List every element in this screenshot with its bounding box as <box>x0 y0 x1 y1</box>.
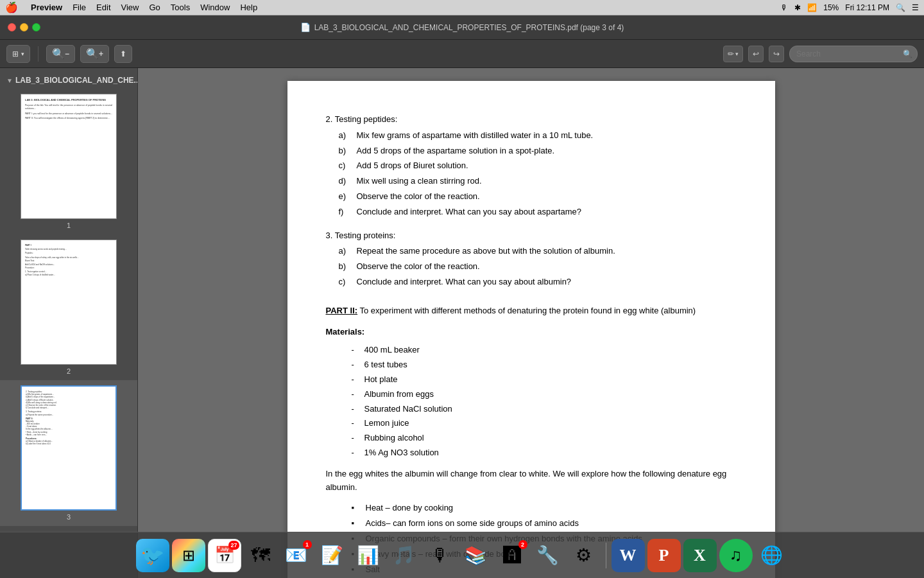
item-text: Observe the color of the reaction. <box>357 190 480 204</box>
letter-label: f) <box>339 206 352 219</box>
view-toggle-button[interactable]: ⊞ ▾ <box>6 45 30 63</box>
zoom-in-icon: 🔍 <box>86 48 99 60</box>
appstore-icon: 🅰 <box>503 545 521 566</box>
thumbnail-page-3[interactable]: 2. Testing peptides: a) Mix few grams of… <box>0 380 137 526</box>
material-text: Albumin from eggs <box>364 388 434 401</box>
section-2-number: 2. Testing peptides: <box>326 113 398 127</box>
letter-label: b) <box>339 260 352 274</box>
section-3-number: 3. Testing proteins: <box>326 229 396 243</box>
dock-spotify[interactable]: ♫ <box>719 539 753 572</box>
dock-sysprefs[interactable]: ⚙ <box>567 539 601 572</box>
dock-tools[interactable]: 🔧 <box>531 539 565 572</box>
share-icon: ⬆ <box>120 49 126 58</box>
thumbnail-preview-2: PART I Table showing amino acids and pep… <box>21 240 117 365</box>
menu-file[interactable]: File <box>73 3 86 12</box>
dock-maps[interactable]: 🗺 <box>244 539 277 572</box>
page-number-1: 1 <box>67 222 71 229</box>
material-text: Rubbing alcohol <box>364 432 424 445</box>
launchpad-icon: ⊞ <box>182 547 195 565</box>
rotate-left-button[interactable]: ↩ <box>748 46 764 62</box>
zoom-out-button[interactable]: 🔍 − <box>46 45 75 63</box>
letter-label: e) <box>339 190 352 204</box>
dock-calendar[interactable]: 📅 27 <box>208 539 241 572</box>
dock-numbers[interactable]: 📊 <box>352 539 385 572</box>
dock-mail[interactable]: 📧 1 <box>280 539 313 572</box>
thumbnail-page-2[interactable]: PART I Table showing amino acids and pep… <box>0 234 137 380</box>
sidebar-header[interactable]: ▼ LAB_3_BIOLOGICAL_AND_CHE... <box>0 73 137 89</box>
wifi-icon: 📶 <box>807 3 817 12</box>
materials-label: Materials: <box>326 326 737 339</box>
section-3-item: b)Observe the color of the reaction. <box>326 260 737 274</box>
material-text: 6 test tubes <box>364 358 407 372</box>
file-icon: 📄 <box>300 22 311 32</box>
thumbnail-page-1[interactable]: LAB 3: BIOLOGICAL AND CHEMICAL PROPERTIE… <box>0 89 137 234</box>
item-text: Conclude and interpret. What can you say… <box>357 276 572 289</box>
dock-excel[interactable]: X <box>683 539 717 572</box>
letter-label: b) <box>339 144 352 158</box>
dock-launchpad[interactable]: ⊞ <box>172 539 205 572</box>
item-text: Mix few grams of aspartame with distille… <box>357 129 594 143</box>
letter-label: a) <box>339 129 352 143</box>
word-icon: W <box>620 546 637 565</box>
material-item: -Rubbing alcohol <box>352 432 737 445</box>
notes-icon: 📝 <box>321 545 343 566</box>
material-text: 1% Ag NO3 solution <box>364 446 439 460</box>
dash: - <box>352 403 359 416</box>
fullscreen-button[interactable] <box>32 23 40 31</box>
dock: 🐦 ⊞ 📅 27 🗺 📧 1 📝 📊 🎵 🎙 📚 🅰 2 🔧 <box>0 532 924 578</box>
menu-preview[interactable]: Preview <box>31 3 62 12</box>
bullet-item: ▪Acids– can form ions on some side group… <box>352 517 737 530</box>
view-toggle-icon: ⊞ <box>12 49 19 58</box>
dock-books[interactable]: 📚 <box>459 539 493 572</box>
section-2-item: d)Mix well using a clean stirring rod. <box>326 175 737 188</box>
rotate-right-button[interactable]: ↪ <box>769 46 784 62</box>
menu-window[interactable]: Window <box>200 3 230 12</box>
spotlight-icon[interactable]: 🔍 <box>896 3 905 12</box>
letter-label: c) <box>339 276 352 289</box>
apple-menu[interactable]: 🍎 <box>5 1 18 13</box>
sidebar-chevron-icon: ▼ <box>6 77 13 84</box>
bullet-text: Acids– can form ions on some side groups… <box>366 517 579 530</box>
dock-podcasts[interactable]: 🎙 <box>424 539 457 572</box>
search-icon: 🔍 <box>903 49 912 58</box>
thumbnail-preview-1: LAB 3: BIOLOGICAL AND CHEMICAL PROPERTIE… <box>21 94 117 219</box>
dock-notes[interactable]: 📝 <box>316 539 349 572</box>
pdf-content-area[interactable]: 2. Testing peptides: a)Mix few grams of … <box>138 68 924 578</box>
material-text: Saturated NaCl solution <box>364 403 452 416</box>
page-number-3: 3 <box>67 513 71 521</box>
sidebar: ▼ LAB_3_BIOLOGICAL_AND_CHE... LAB 3: BIO… <box>0 68 138 578</box>
dash: - <box>352 344 359 357</box>
close-button[interactable] <box>8 23 16 31</box>
pen-tool-button[interactable]: ✏ ▾ <box>723 46 743 62</box>
maps-icon: 🗺 <box>251 545 270 566</box>
zoom-in-button[interactable]: 🔍 + <box>80 45 109 63</box>
dock-word[interactable]: W <box>612 539 645 572</box>
appstore-badge: 2 <box>518 540 527 549</box>
bluetooth-icon: ✱ <box>794 3 801 12</box>
dock-finder[interactable]: 🐦 <box>136 539 169 572</box>
menu-tools[interactable]: Tools <box>171 3 190 12</box>
share-button[interactable]: ⬆ <box>114 45 132 63</box>
section-3-item: c)Conclude and interpret. What can you s… <box>326 276 737 289</box>
section-3-header: 3. Testing proteins: <box>326 229 737 243</box>
rotate-right-icon: ↪ <box>773 49 780 58</box>
section-2-item: c)Add 5 drops of Biuret solution. <box>326 159 737 173</box>
material-text: 400 mL beaker <box>364 344 420 357</box>
letter-label: c) <box>339 159 352 173</box>
sidebar-title: LAB_3_BIOLOGICAL_AND_CHE... <box>15 76 138 85</box>
music-icon: 🎵 <box>393 545 415 566</box>
dock-powerpoint[interactable]: P <box>647 539 681 572</box>
dash: - <box>352 388 359 401</box>
menu-help[interactable]: Help <box>240 3 257 12</box>
search-input[interactable] <box>789 46 918 62</box>
dock-chrome[interactable]: 🌐 <box>755 539 789 572</box>
controlcenter-icon[interactable]: ☰ <box>912 3 919 12</box>
clock: Fri 12:11 PM <box>845 3 889 12</box>
dock-music[interactable]: 🎵 <box>388 539 421 572</box>
dock-appstore[interactable]: 🅰 2 <box>495 539 529 572</box>
menu-edit[interactable]: Edit <box>96 3 110 12</box>
tools-icon: 🔧 <box>536 545 559 566</box>
menu-go[interactable]: Go <box>149 3 160 12</box>
menu-view[interactable]: View <box>121 3 139 12</box>
minimize-button[interactable] <box>20 23 28 31</box>
